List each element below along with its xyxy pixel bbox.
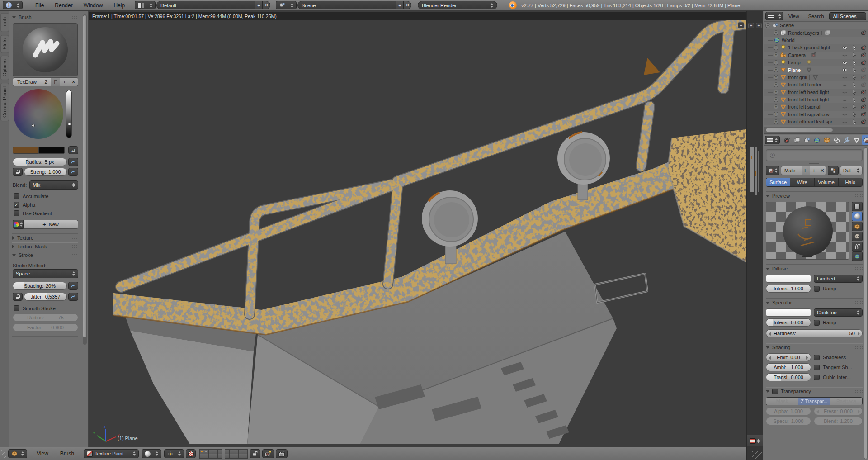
checkbox-box[interactable] — [814, 355, 820, 360]
strength-slider[interactable]: Streng:1.000 — [24, 168, 67, 176]
brush-add-button[interactable]: + — [60, 77, 69, 86]
selectability-toggle[interactable] — [849, 118, 859, 125]
visibility-toggle[interactable] — [840, 111, 849, 118]
menu-help[interactable]: Help — [108, 2, 130, 9]
visibility-toggle[interactable] — [840, 89, 849, 96]
selectability-toggle[interactable] — [849, 111, 859, 118]
region-corner-grip[interactable] — [0, 450, 6, 458]
render-engine-selector[interactable]: Blender Render — [418, 1, 497, 9]
screen-layout-selector[interactable] — [135, 1, 156, 9]
add-scene-button[interactable]: + — [396, 1, 404, 9]
tab-object[interactable] — [822, 135, 831, 145]
expand-icon[interactable]: + — [774, 45, 778, 50]
visibility-toggle[interactable] — [840, 118, 849, 125]
new-button[interactable]: +New — [24, 220, 78, 229]
browse-texture-dropdown[interactable] — [13, 220, 24, 229]
shading-panel-header[interactable]: Shading — [766, 343, 863, 351]
color-wheel[interactable] — [14, 89, 63, 139]
expand-icon[interactable]: + — [774, 52, 778, 57]
expand-icon[interactable]: + — [774, 90, 778, 95]
open-region-button[interactable]: + — [738, 22, 744, 28]
browse-material-dropdown[interactable] — [766, 166, 779, 175]
jitter-pressure-button[interactable] — [68, 293, 78, 301]
expand-icon[interactable]: + — [774, 97, 778, 102]
outliner-row-renderlayers[interactable]: + RenderLayers — [764, 29, 868, 36]
render-toggle[interactable] — [859, 96, 868, 103]
outliner-row-front-left-fender[interactable]: + front left fender — [764, 81, 868, 88]
outliner-display-filter[interactable]: All Scenes — [829, 12, 866, 20]
tab-data[interactable] — [852, 135, 861, 145]
spacing-pressure-button[interactable] — [68, 282, 78, 290]
material-name-field[interactable]: Mate — [781, 166, 802, 175]
tab-render[interactable] — [782, 135, 792, 145]
transparency-panel-header[interactable]: Transparency — [766, 387, 863, 395]
mode-raytrace[interactable]: Raytrace — [830, 398, 862, 405]
expand-icon[interactable]: + — [774, 60, 778, 65]
blend-mode-dropdown[interactable]: Mix — [29, 180, 78, 190]
outliner-row-lamp[interactable]: + Lamp — [764, 59, 868, 66]
outliner-row-front-offroad-leaf-spring[interactable]: + front offroad leaf spr — [764, 118, 868, 125]
render-toggle[interactable] — [859, 81, 868, 88]
tab-tools[interactable]: Tools — [0, 13, 9, 32]
slider-right-arrow-icon[interactable] — [858, 332, 860, 336]
outliner-hscroll-thumb[interactable] — [765, 128, 833, 132]
expand-icon[interactable]: + — [774, 82, 778, 87]
editor-type-selector-outliner[interactable] — [765, 12, 783, 20]
selectability-toggle[interactable] — [849, 89, 859, 96]
primary-color-swatch[interactable] — [13, 147, 39, 154]
mode-z-transparency[interactable]: Z Transpar... — [798, 398, 830, 405]
transparency-enable-checkbox[interactable] — [772, 389, 778, 394]
jitter-slider[interactable]: Jitter:0.5357 — [24, 293, 67, 301]
expand-icon[interactable]: + — [774, 104, 778, 109]
smooth-stroke-checkbox[interactable]: Smooth Stroke — [14, 305, 78, 311]
accumulate-checkbox[interactable]: Accumulate — [14, 193, 78, 199]
add-slot-icon[interactable]: + — [770, 153, 775, 158]
slider-left-arrow-icon[interactable] — [769, 356, 771, 360]
add-layout-button[interactable]: + — [255, 1, 263, 9]
preview-panel-header[interactable]: Preview — [766, 192, 863, 200]
preview-world-button[interactable] — [852, 251, 863, 261]
render-toggle[interactable] — [859, 74, 868, 81]
lock-to-scene-button[interactable] — [250, 449, 260, 458]
open-region-button[interactable]: + — [748, 23, 754, 28]
render-toggle[interactable] — [859, 118, 868, 125]
outliner-row-front-left-signal[interactable]: + front left signal — [764, 103, 868, 110]
layers-group-1[interactable] — [199, 449, 222, 459]
viewport-shading-dropdown[interactable] — [142, 449, 161, 458]
layers-group-2[interactable] — [225, 449, 248, 459]
checkbox-box[interactable] — [814, 320, 820, 326]
alpha-checkbox[interactable]: ✓Alpha — [14, 202, 78, 208]
jitter-lock-button[interactable] — [13, 293, 23, 301]
menu-render[interactable]: Render — [49, 2, 78, 9]
scene-name-field[interactable]: Scene — [297, 1, 396, 9]
brush-unlink-button[interactable]: ✕ — [69, 77, 78, 86]
stroke-method-dropdown[interactable]: Space — [13, 269, 78, 278]
texture-mask-panel-header[interactable]: Texture Mask — [12, 242, 78, 251]
specular-ramp-checkbox[interactable]: Ramp — [814, 320, 836, 326]
diffuse-ramp-checkbox[interactable]: Ramp — [814, 286, 836, 292]
scene-selector[interactable] — [276, 1, 297, 9]
ambient-slider[interactable]: Ambi:1.000 — [766, 363, 811, 371]
stroke-panel-header[interactable]: Stroke — [12, 251, 78, 259]
brush-preview[interactable] — [13, 23, 78, 76]
visibility-toggle[interactable] — [840, 96, 849, 103]
render-toggle[interactable] — [859, 103, 868, 110]
expand-icon[interactable]: + — [774, 75, 778, 80]
visibility-toggle[interactable] — [840, 59, 849, 66]
preview-sphere-button[interactable] — [852, 212, 863, 221]
cubic-interpolation-checkbox[interactable]: Cubic Inter... — [814, 375, 851, 380]
render-image-button[interactable] — [262, 449, 274, 458]
strip-editor-header[interactable] — [747, 435, 763, 446]
outliner-row-front-grill[interactable]: + front grill — [764, 74, 868, 81]
shadeless-checkbox[interactable]: Shadeless — [814, 355, 846, 360]
checkbox-box[interactable] — [772, 389, 778, 394]
tab-scene[interactable] — [802, 135, 811, 145]
emit-slider[interactable]: Emit:0.00 — [766, 353, 811, 361]
render-toggle[interactable] — [859, 59, 868, 66]
material-nodes-button[interactable] — [828, 166, 839, 175]
outliner-row-plane[interactable]: + Plane — [764, 66, 868, 73]
mode-volume[interactable]: Volume — [815, 178, 839, 186]
value-slider-cursor[interactable] — [68, 123, 71, 126]
diffuse-color-swatch[interactable] — [766, 275, 811, 283]
outliner-menu-view[interactable]: View — [784, 14, 803, 19]
